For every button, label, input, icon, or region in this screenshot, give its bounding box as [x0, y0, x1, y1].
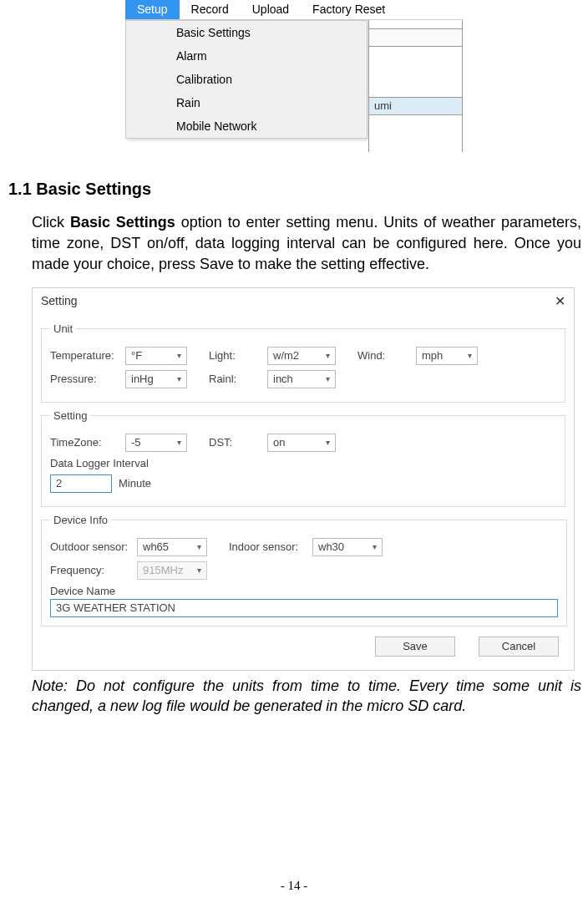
select-dst[interactable]: on▾: [267, 434, 336, 452]
label-interval: Data Logger Interval: [50, 457, 556, 469]
select-pressure[interactable]: inHg▾: [125, 370, 187, 388]
dropdown-rain[interactable]: Rain: [126, 91, 367, 114]
select-light[interactable]: w/m2▾: [267, 347, 336, 365]
chevron-down-icon: ▾: [373, 542, 377, 551]
document-body: 1.1 Basic Settings Click Basic Settings …: [8, 180, 581, 716]
label-light: Light:: [209, 349, 267, 362]
dialog-button-row: Save Cancel: [41, 633, 565, 662]
label-dst: DST:: [209, 436, 267, 449]
background-strip: umi: [368, 20, 463, 152]
label-outdoor-sensor: Outdoor sensor:: [50, 540, 137, 553]
menu-upload[interactable]: Upload: [241, 0, 301, 19]
menu-factory-reset[interactable]: Factory Reset: [301, 0, 397, 19]
select-indoor-sensor[interactable]: wh30▾: [312, 538, 383, 556]
setup-dropdown: Basic Settings Alarm Calibration Rain Mo…: [125, 20, 368, 139]
label-timezone: TimeZone:: [50, 436, 125, 449]
chevron-down-icon: ▾: [177, 438, 181, 447]
label-wind: Wind:: [357, 349, 416, 362]
strip-selected-row: umi: [369, 97, 462, 115]
select-frequency: 915MHz▾: [137, 561, 207, 580]
select-rain[interactable]: inch▾: [267, 370, 336, 388]
intro-paragraph: Click Basic Settings option to enter set…: [8, 212, 581, 276]
save-button[interactable]: Save: [375, 637, 455, 657]
select-wind[interactable]: mph▾: [416, 347, 478, 365]
close-icon[interactable]: ✕: [555, 293, 565, 309]
chevron-down-icon: ▾: [326, 438, 330, 447]
chevron-down-icon: ▾: [197, 566, 201, 575]
chevron-down-icon: ▾: [326, 351, 330, 360]
menu-setup[interactable]: Setup: [125, 0, 180, 19]
para-pre: Click: [32, 214, 70, 231]
select-timezone[interactable]: -5▾: [125, 434, 187, 452]
legend-setting: Setting: [50, 409, 90, 422]
select-temperature[interactable]: °F▾: [125, 347, 187, 365]
section-heading: 1.1 Basic Settings: [8, 180, 581, 199]
dialog-body: Unit Temperature: °F▾ Light: w/m2▾ Wind:…: [33, 314, 574, 670]
menu-screenshot: Setup Record Upload Factory Reset Basic …: [125, 0, 463, 139]
dropdown-mobile-network[interactable]: Mobile Network: [126, 114, 367, 138]
chevron-down-icon: ▾: [177, 351, 181, 360]
dialog-titlebar: Setting ✕: [33, 288, 574, 314]
label-interval-unit: Minute: [119, 477, 151, 490]
page-number: - 14 -: [0, 879, 588, 893]
group-unit: Unit Temperature: °F▾ Light: w/m2▾ Wind:…: [41, 322, 565, 403]
label-frequency: Frequency:: [50, 564, 137, 576]
menubar: Setup Record Upload Factory Reset: [125, 0, 463, 20]
label-device-name: Device Name: [50, 585, 558, 597]
label-pressure: Pressure:: [50, 373, 125, 385]
dropdown-calibration[interactable]: Calibration: [126, 68, 367, 91]
chevron-down-icon: ▾: [326, 374, 330, 383]
label-indoor-sensor: Indoor sensor:: [229, 540, 312, 553]
note-paragraph: Note: Do not configure the units from ti…: [8, 676, 581, 717]
para-bold: Basic Settings: [70, 214, 175, 231]
legend-unit: Unit: [50, 322, 76, 335]
group-device: Device Info Outdoor sensor: wh65▾ Indoor…: [41, 514, 567, 626]
dropdown-basic-settings[interactable]: Basic Settings: [126, 21, 367, 44]
label-temperature: Temperature:: [50, 349, 125, 362]
legend-device: Device Info: [50, 514, 111, 526]
group-setting: Setting TimeZone: -5▾ DST: on▾ Data Logg…: [41, 409, 565, 507]
cancel-button[interactable]: Cancel: [479, 637, 559, 657]
strip-row: [369, 28, 462, 47]
label-rain: Rainl:: [209, 373, 267, 385]
input-device-name[interactable]: 3G WEATHER STATION: [50, 599, 558, 617]
dropdown-alarm[interactable]: Alarm: [126, 44, 367, 68]
input-interval[interactable]: 2: [50, 474, 112, 493]
select-outdoor-sensor[interactable]: wh65▾: [137, 538, 207, 556]
dialog-title: Setting: [41, 294, 78, 307]
menu-record[interactable]: Record: [180, 0, 241, 19]
settings-dialog: Setting ✕ Unit Temperature: °F▾ Light: w…: [32, 287, 575, 671]
chevron-down-icon: ▾: [177, 374, 181, 383]
chevron-down-icon: ▾: [468, 351, 472, 360]
chevron-down-icon: ▾: [197, 542, 201, 551]
